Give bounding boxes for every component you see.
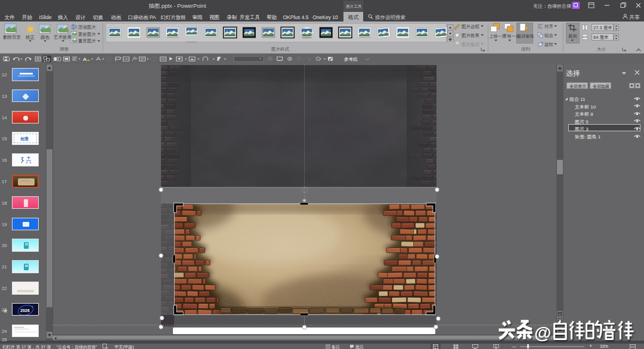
svg-text:2026: 2026: [20, 308, 30, 313]
svg-text:A: A: [83, 57, 88, 62]
svg-text:@: @: [534, 323, 551, 342]
